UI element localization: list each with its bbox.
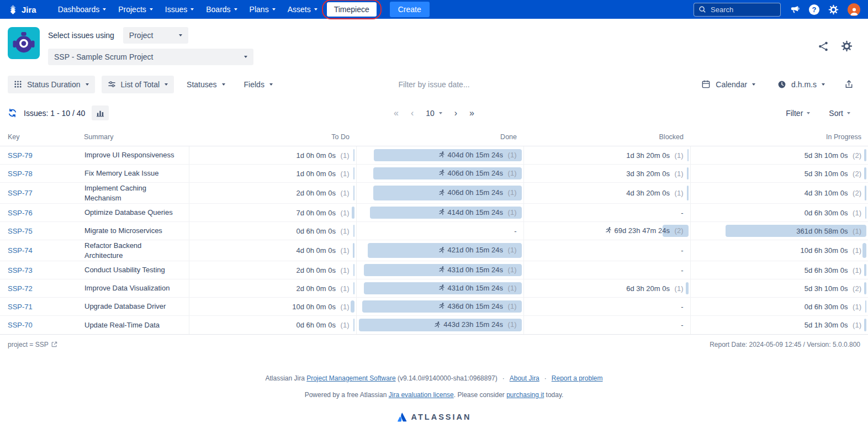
report-settings-gear-icon[interactable] — [841, 40, 853, 52]
duration-cell: 10d 6h 30m 0s (1) — [690, 240, 868, 261]
duration-cell: 69d 23h 47m 24s (2) — [523, 222, 690, 240]
report-type-dropdown[interactable]: Status Duration — [8, 76, 95, 93]
nav-item-label: Boards — [206, 5, 230, 14]
duration-bar — [864, 167, 866, 179]
help-icon[interactable]: ? — [809, 4, 819, 15]
issue-key-link[interactable]: SSP-78 — [8, 170, 33, 178]
project-dropdown[interactable]: SSP - Sample Scrum Project — [48, 49, 253, 65]
pms-link[interactable]: Project Management Software — [306, 374, 395, 382]
pagination: « ‹ 10 › » — [394, 109, 474, 118]
status-count: (2) — [851, 170, 862, 178]
footer-line-2: Powered by a free Atlassian Jira evaluat… — [0, 391, 868, 399]
page-size-dropdown[interactable]: 10 — [426, 109, 442, 118]
issue-date-filter-input[interactable]: Filter by issue date... — [398, 80, 469, 89]
duration-cell: 431d 0h 15m 24s (1) — [356, 279, 523, 298]
nav-item-label: Issues — [165, 5, 187, 14]
table-row: SSP-76Optimize Database Queries7d 0h 0m … — [0, 204, 868, 222]
nav-item-issues[interactable]: Issues — [160, 3, 199, 16]
issue-key-link[interactable]: SSP-70 — [8, 321, 33, 329]
issue-source-mode-value: Project — [129, 31, 154, 40]
search-input[interactable] — [694, 3, 781, 17]
duration-bar — [686, 282, 688, 294]
status-count: (1) — [851, 227, 862, 235]
runner-icon — [438, 303, 445, 309]
status-count: (1) — [506, 266, 517, 274]
report-problem-link[interactable]: Report a problem — [552, 374, 603, 382]
duration-cell: 6d 3h 20m 0s (1) — [523, 279, 690, 298]
nav-item-plans[interactable]: Plans — [245, 3, 280, 16]
time-format-dropdown[interactable]: d.h.m.s — [771, 76, 831, 93]
refresh-icon[interactable] — [8, 108, 17, 118]
sort-dropdown[interactable]: Sort — [829, 109, 850, 118]
duration-text: 2d 0h 0m 0s (1) — [296, 284, 349, 293]
duration-bar — [864, 282, 866, 294]
footer-text: Atlassian Jira — [265, 374, 306, 382]
column-header-done: Done — [356, 128, 523, 146]
chevron-down-icon — [807, 112, 810, 114]
issue-summary: Refactor Backend Architecture — [84, 240, 189, 261]
chart-view-button[interactable] — [92, 105, 109, 120]
chevron-down-icon — [179, 34, 182, 36]
issue-key-link[interactable]: SSP-77 — [8, 189, 33, 197]
filter-dropdown[interactable]: Filter — [786, 109, 810, 118]
jira-logo[interactable]: Jira — [8, 4, 36, 15]
prev-page-button[interactable]: ‹ — [411, 109, 414, 118]
issue-summary: Conduct Usability Testing — [84, 261, 189, 279]
create-button[interactable]: Create — [390, 2, 430, 17]
avatar[interactable] — [848, 3, 860, 16]
issue-key-link[interactable]: SSP-74 — [8, 246, 33, 255]
next-page-button[interactable]: › — [454, 109, 457, 118]
duration-text: 431d 0h 15m 24s (1) — [438, 284, 517, 292]
about-jira-link[interactable]: About Jira — [510, 374, 539, 382]
last-page-button[interactable]: » — [469, 109, 474, 118]
issue-summary: Migrate to Microservices — [84, 222, 189, 240]
status-count: (1) — [851, 209, 862, 217]
duration-text: 406d 0h 15m 24s (1) — [438, 169, 517, 177]
runner-icon — [438, 284, 445, 291]
export-icon[interactable] — [841, 75, 857, 93]
issues-count-label: Issues: 1 - 10 / 40 — [24, 109, 85, 118]
issue-source-controls: Select issues using Project SSP - Sample… — [48, 27, 253, 65]
nav-item-dashboards[interactable]: Dashboards — [53, 3, 112, 16]
issue-key-link[interactable]: SSP-72 — [8, 284, 33, 293]
status-count: (1) — [506, 188, 517, 197]
announcement-icon[interactable] — [790, 4, 800, 15]
issue-key-cell: SSP-70 — [0, 316, 84, 334]
issue-key-link[interactable]: SSP-73 — [8, 266, 33, 274]
jql-query-label: project = SSP — [8, 341, 49, 348]
issue-key-link[interactable]: SSP-76 — [8, 209, 33, 217]
view-mode-dropdown[interactable]: List of Total — [102, 76, 174, 93]
chevron-down-icon — [269, 83, 273, 86]
report-type-value: Status Duration — [27, 80, 81, 89]
status-count: (1) — [338, 246, 350, 255]
status-count: (1) — [851, 303, 862, 311]
external-link-icon[interactable] — [51, 341, 57, 347]
calendar-dropdown[interactable]: Calendar — [695, 75, 761, 93]
fields-dropdown[interactable]: Fields — [238, 76, 279, 93]
duration-text: 5d 6h 30m 0s (1) — [805, 266, 861, 274]
first-page-button[interactable]: « — [394, 109, 399, 118]
duration-text: 1d 0h 0m 0s (1) — [296, 151, 349, 160]
nav-item-projects[interactable]: Projects — [113, 3, 158, 16]
purchasing-link[interactable]: purchasing it — [506, 391, 544, 399]
nav-item-assets[interactable]: Assets — [283, 3, 322, 16]
duration-text: 5d 1h 30m 0s (1) — [805, 321, 861, 329]
nav-item-boards[interactable]: Boards — [201, 3, 242, 16]
settings-gear-icon[interactable] — [828, 4, 839, 15]
duration-text: 10d 6h 30m 0s (1) — [800, 246, 861, 255]
duration-text: 443d 23h 15m 24s (1) — [434, 320, 516, 329]
issue-key-link[interactable]: SSP-75 — [8, 227, 33, 235]
table-row: SSP-75Migrate to Microservices0d 6h 0m 0… — [0, 222, 868, 240]
issue-source-mode-dropdown[interactable]: Project — [123, 27, 188, 44]
evaluation-license-link[interactable]: Jira evaluation license — [389, 391, 454, 399]
statuses-dropdown[interactable]: Statuses — [181, 76, 231, 93]
duration-text: - — [681, 321, 683, 329]
nav-item-timepiece[interactable]: Timepiece — [327, 2, 377, 17]
issue-key-link[interactable]: SSP-79 — [8, 151, 33, 160]
issue-key-link[interactable]: SSP-71 — [8, 303, 33, 311]
duration-text: 5d 3h 10m 0s (2) — [805, 151, 861, 160]
share-icon[interactable] — [818, 41, 829, 52]
runner-icon — [438, 266, 445, 273]
duration-text: 0d 6h 0m 0s (1) — [296, 227, 349, 235]
duration-cell: 421d 0h 15m 24s (1) — [356, 240, 523, 261]
